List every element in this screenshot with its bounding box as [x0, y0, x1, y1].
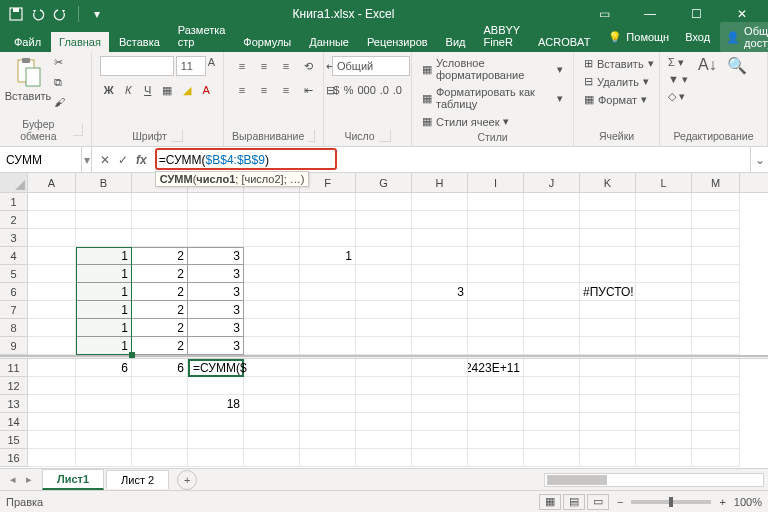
sheet-nav-next-icon[interactable]: ▸ — [22, 473, 36, 486]
cell[interactable] — [300, 265, 356, 283]
cell[interactable] — [412, 193, 468, 211]
cell[interactable] — [468, 193, 524, 211]
cell[interactable] — [188, 377, 244, 395]
cell[interactable] — [28, 359, 76, 377]
cell[interactable] — [244, 337, 300, 355]
cell[interactable] — [356, 301, 412, 319]
orientation-icon[interactable]: ⟲ — [298, 56, 318, 76]
cell[interactable] — [468, 319, 524, 337]
row-header[interactable]: 13 — [0, 395, 28, 413]
cell[interactable] — [188, 211, 244, 229]
cell[interactable] — [524, 431, 580, 449]
cell[interactable] — [356, 337, 412, 355]
cell[interactable] — [300, 449, 356, 467]
cell[interactable] — [524, 229, 580, 247]
fx-icon[interactable]: fx — [136, 153, 147, 167]
cell[interactable] — [28, 431, 76, 449]
cell[interactable] — [412, 377, 468, 395]
row-header[interactable]: 14 — [0, 413, 28, 431]
cell[interactable] — [356, 395, 412, 413]
cell[interactable] — [244, 413, 300, 431]
cell[interactable]: 1 — [76, 301, 132, 319]
column-header[interactable]: A — [28, 173, 76, 192]
cell[interactable]: #ПУСТО! — [580, 283, 636, 301]
cell[interactable] — [76, 377, 132, 395]
tab-data[interactable]: Данные — [301, 32, 357, 52]
formula-bar-expand-icon[interactable]: ⌄ — [750, 147, 768, 172]
decrease-indent-icon[interactable]: ⇤ — [298, 80, 318, 100]
cell[interactable] — [580, 211, 636, 229]
tab-page-layout[interactable]: Разметка стр — [170, 20, 234, 52]
font-family-combo[interactable] — [100, 56, 174, 76]
cell[interactable] — [524, 247, 580, 265]
sheet-nav-prev-icon[interactable]: ◂ — [6, 473, 20, 486]
cell[interactable] — [300, 319, 356, 337]
cell[interactable] — [132, 211, 188, 229]
delete-cells[interactable]: ⊟Удалить▾ — [582, 74, 651, 89]
cell[interactable] — [132, 413, 188, 431]
cell[interactable] — [468, 301, 524, 319]
cell[interactable] — [468, 413, 524, 431]
tab-formulas[interactable]: Формулы — [235, 32, 299, 52]
cell[interactable] — [76, 193, 132, 211]
cell[interactable] — [412, 319, 468, 337]
cell-styles[interactable]: ▦Стили ячеек▾ — [420, 114, 511, 129]
cell[interactable]: 2 — [132, 265, 188, 283]
alignment-dialog-icon[interactable] — [308, 130, 315, 142]
zoom-out-icon[interactable]: − — [617, 496, 623, 508]
cell[interactable] — [580, 229, 636, 247]
cell[interactable] — [132, 193, 188, 211]
cell[interactable] — [244, 229, 300, 247]
paste-button[interactable]: Вставить — [8, 56, 48, 102]
cell[interactable] — [580, 265, 636, 283]
cell[interactable] — [692, 265, 740, 283]
cell[interactable] — [524, 301, 580, 319]
format-cells[interactable]: ▦Формат▾ — [582, 92, 649, 107]
cell[interactable] — [356, 265, 412, 283]
cell[interactable]: 1 — [300, 247, 356, 265]
cell[interactable] — [636, 359, 692, 377]
cell[interactable] — [300, 301, 356, 319]
save-icon[interactable] — [8, 6, 24, 22]
cell[interactable] — [692, 431, 740, 449]
cell[interactable] — [580, 247, 636, 265]
cell[interactable] — [412, 413, 468, 431]
cell[interactable] — [356, 359, 412, 377]
align-top-icon[interactable]: ≡ — [232, 56, 252, 76]
cell[interactable] — [356, 193, 412, 211]
row-header[interactable]: 3 — [0, 229, 28, 247]
cell[interactable]: 2 — [132, 247, 188, 265]
cell[interactable] — [580, 359, 636, 377]
tell-me[interactable]: 💡 Помощн — [602, 28, 675, 47]
format-painter-icon[interactable]: 🖌 — [54, 96, 70, 112]
cell[interactable] — [468, 229, 524, 247]
align-left-icon[interactable]: ≡ — [232, 80, 252, 100]
view-page-layout-icon[interactable]: ▤ — [563, 494, 585, 510]
formula-input[interactable]: =СУММ($B$4:$B$9) — [155, 153, 750, 167]
zoom-in-icon[interactable]: + — [719, 496, 725, 508]
row-header[interactable]: 9 — [0, 337, 28, 355]
cancel-formula-icon[interactable]: ✕ — [100, 153, 110, 167]
cell[interactable] — [188, 431, 244, 449]
enter-formula-icon[interactable]: ✓ — [118, 153, 128, 167]
autosum-icon[interactable]: Σ ▾ — [668, 56, 688, 69]
cell[interactable] — [356, 247, 412, 265]
accounting-format-icon[interactable]: $ — [332, 80, 341, 100]
cell[interactable] — [636, 395, 692, 413]
cell[interactable]: 3 — [188, 265, 244, 283]
number-dialog-icon[interactable] — [379, 130, 391, 142]
cell[interactable] — [692, 301, 740, 319]
tab-view[interactable]: Вид — [438, 32, 474, 52]
row-header[interactable]: 1 — [0, 193, 28, 211]
view-page-break-icon[interactable]: ▭ — [587, 494, 609, 510]
cell[interactable] — [244, 449, 300, 467]
cell[interactable] — [244, 301, 300, 319]
cell[interactable]: 1 — [76, 247, 132, 265]
share-button[interactable]: 👤 Общий доступ — [720, 22, 768, 52]
cell[interactable] — [692, 395, 740, 413]
cell[interactable] — [580, 337, 636, 355]
cell[interactable] — [356, 431, 412, 449]
italic-icon[interactable]: К — [120, 80, 138, 100]
cell[interactable] — [244, 211, 300, 229]
cell[interactable] — [244, 431, 300, 449]
